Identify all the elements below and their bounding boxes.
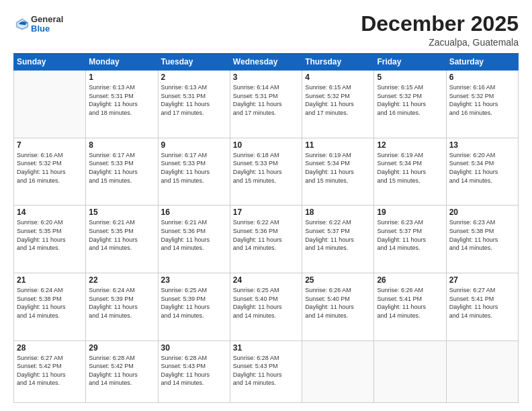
day-info: Sunrise: 6:23 AM Sunset: 5:38 PM Dayligh…	[449, 218, 515, 252]
day-number: 30	[161, 343, 227, 353]
table-row	[446, 340, 518, 402]
day-number: 29	[89, 343, 154, 353]
day-info: Sunrise: 6:13 AM Sunset: 5:31 PM Dayligh…	[161, 83, 227, 117]
day-info: Sunrise: 6:16 AM Sunset: 5:32 PM Dayligh…	[17, 151, 83, 185]
table-row: 12Sunrise: 6:19 AM Sunset: 5:34 PM Dayli…	[374, 138, 446, 205]
table-row	[302, 340, 374, 402]
day-info: Sunrise: 6:17 AM Sunset: 5:33 PM Dayligh…	[161, 151, 227, 185]
table-row: 3Sunrise: 6:14 AM Sunset: 5:31 PM Daylig…	[230, 71, 302, 138]
table-row: 5Sunrise: 6:15 AM Sunset: 5:32 PM Daylig…	[374, 71, 446, 138]
day-info: Sunrise: 6:15 AM Sunset: 5:32 PM Dayligh…	[305, 83, 371, 117]
table-row: 7Sunrise: 6:16 AM Sunset: 5:32 PM Daylig…	[14, 138, 86, 205]
table-row: 22Sunrise: 6:24 AM Sunset: 5:39 PM Dayli…	[86, 273, 158, 341]
table-row: 13Sunrise: 6:20 AM Sunset: 5:34 PM Dayli…	[446, 138, 518, 205]
col-tuesday: Tuesday	[158, 54, 230, 71]
table-row: 17Sunrise: 6:22 AM Sunset: 5:36 PM Dayli…	[230, 205, 302, 273]
table-row: 27Sunrise: 6:27 AM Sunset: 5:41 PM Dayli…	[446, 273, 518, 341]
month-title: December 2025	[361, 12, 519, 36]
location-subtitle: Zacualpa, Guatemala	[361, 37, 519, 48]
table-row: 9Sunrise: 6:17 AM Sunset: 5:33 PM Daylig…	[158, 138, 230, 205]
col-friday: Friday	[374, 54, 446, 71]
table-row	[14, 71, 86, 138]
col-thursday: Thursday	[302, 54, 374, 71]
day-number: 4	[305, 73, 371, 82]
table-row	[374, 340, 446, 402]
table-row: 4Sunrise: 6:15 AM Sunset: 5:32 PM Daylig…	[302, 71, 374, 138]
day-number: 20	[449, 208, 515, 217]
table-row: 29Sunrise: 6:28 AM Sunset: 5:42 PM Dayli…	[86, 340, 158, 402]
day-info: Sunrise: 6:24 AM Sunset: 5:38 PM Dayligh…	[17, 286, 83, 320]
table-row: 14Sunrise: 6:20 AM Sunset: 5:35 PM Dayli…	[14, 205, 86, 273]
calendar-table: Sunday Monday Tuesday Wednesday Thursday…	[13, 53, 519, 403]
day-info: Sunrise: 6:27 AM Sunset: 5:41 PM Dayligh…	[449, 286, 515, 320]
day-info: Sunrise: 6:20 AM Sunset: 5:34 PM Dayligh…	[449, 151, 515, 185]
day-number: 6	[449, 73, 515, 82]
day-info: Sunrise: 6:19 AM Sunset: 5:34 PM Dayligh…	[377, 151, 443, 185]
col-monday: Monday	[86, 54, 158, 71]
day-info: Sunrise: 6:24 AM Sunset: 5:39 PM Dayligh…	[89, 286, 154, 320]
day-number: 7	[17, 140, 83, 150]
day-number: 10	[233, 140, 299, 150]
table-row: 18Sunrise: 6:22 AM Sunset: 5:37 PM Dayli…	[302, 205, 374, 273]
day-number: 14	[17, 208, 83, 217]
table-row: 11Sunrise: 6:19 AM Sunset: 5:34 PM Dayli…	[302, 138, 374, 205]
day-number: 9	[161, 140, 227, 150]
day-number: 5	[377, 73, 443, 82]
table-row: 30Sunrise: 6:28 AM Sunset: 5:43 PM Dayli…	[158, 340, 230, 402]
day-number: 15	[89, 208, 154, 217]
day-number: 3	[233, 73, 299, 82]
day-info: Sunrise: 6:21 AM Sunset: 5:36 PM Dayligh…	[161, 218, 227, 252]
day-number: 26	[377, 275, 443, 285]
day-number: 27	[449, 275, 515, 285]
logo: General Blue	[13, 15, 63, 34]
day-number: 19	[377, 208, 443, 217]
day-info: Sunrise: 6:16 AM Sunset: 5:32 PM Dayligh…	[449, 83, 515, 117]
table-row: 8Sunrise: 6:17 AM Sunset: 5:33 PM Daylig…	[86, 138, 158, 205]
day-number: 17	[233, 208, 299, 217]
table-row: 26Sunrise: 6:26 AM Sunset: 5:41 PM Dayli…	[374, 273, 446, 341]
col-wednesday: Wednesday	[230, 54, 302, 71]
day-info: Sunrise: 6:20 AM Sunset: 5:35 PM Dayligh…	[17, 218, 83, 252]
table-row: 2Sunrise: 6:13 AM Sunset: 5:31 PM Daylig…	[158, 71, 230, 138]
table-row: 24Sunrise: 6:25 AM Sunset: 5:40 PM Dayli…	[230, 273, 302, 341]
day-number: 24	[233, 275, 299, 285]
day-info: Sunrise: 6:18 AM Sunset: 5:33 PM Dayligh…	[233, 151, 299, 185]
day-info: Sunrise: 6:22 AM Sunset: 5:37 PM Dayligh…	[305, 218, 371, 252]
day-number: 25	[305, 275, 371, 285]
day-info: Sunrise: 6:28 AM Sunset: 5:42 PM Dayligh…	[89, 354, 154, 387]
table-row: 10Sunrise: 6:18 AM Sunset: 5:33 PM Dayli…	[230, 138, 302, 205]
calendar-week-1: 7Sunrise: 6:16 AM Sunset: 5:32 PM Daylig…	[14, 138, 519, 205]
day-number: 31	[233, 343, 299, 353]
day-number: 28	[17, 343, 83, 353]
table-row: 21Sunrise: 6:24 AM Sunset: 5:38 PM Dayli…	[14, 273, 86, 341]
logo-blue-text: Blue	[31, 24, 63, 34]
table-row: 28Sunrise: 6:27 AM Sunset: 5:42 PM Dayli…	[14, 340, 86, 402]
day-info: Sunrise: 6:25 AM Sunset: 5:39 PM Dayligh…	[161, 286, 227, 320]
table-row: 15Sunrise: 6:21 AM Sunset: 5:35 PM Dayli…	[86, 205, 158, 273]
day-info: Sunrise: 6:26 AM Sunset: 5:40 PM Dayligh…	[305, 286, 371, 320]
calendar-header-row: Sunday Monday Tuesday Wednesday Thursday…	[14, 54, 519, 71]
day-number: 21	[17, 275, 83, 285]
logo-general-text: General	[31, 15, 63, 24]
day-number: 11	[305, 140, 371, 150]
day-number: 12	[377, 140, 443, 150]
day-info: Sunrise: 6:22 AM Sunset: 5:36 PM Dayligh…	[233, 218, 299, 252]
title-block: December 2025 Zacualpa, Guatemala	[361, 12, 519, 48]
day-info: Sunrise: 6:28 AM Sunset: 5:43 PM Dayligh…	[233, 354, 299, 387]
col-sunday: Sunday	[14, 54, 86, 71]
day-number: 18	[305, 208, 371, 217]
table-row: 6Sunrise: 6:16 AM Sunset: 5:32 PM Daylig…	[446, 71, 518, 138]
calendar-week-0: 1Sunrise: 6:13 AM Sunset: 5:31 PM Daylig…	[14, 71, 519, 138]
table-row: 16Sunrise: 6:21 AM Sunset: 5:36 PM Dayli…	[158, 205, 230, 273]
day-info: Sunrise: 6:13 AM Sunset: 5:31 PM Dayligh…	[89, 83, 154, 117]
table-row: 23Sunrise: 6:25 AM Sunset: 5:39 PM Dayli…	[158, 273, 230, 341]
logo-icon	[15, 17, 30, 32]
day-info: Sunrise: 6:26 AM Sunset: 5:41 PM Dayligh…	[377, 286, 443, 320]
header: General Blue December 2025 Zacualpa, Gua…	[13, 12, 519, 48]
page: General Blue December 2025 Zacualpa, Gua…	[0, 0, 532, 411]
col-saturday: Saturday	[446, 54, 518, 71]
day-number: 13	[449, 140, 515, 150]
table-row: 19Sunrise: 6:23 AM Sunset: 5:37 PM Dayli…	[374, 205, 446, 273]
day-info: Sunrise: 6:14 AM Sunset: 5:31 PM Dayligh…	[233, 83, 299, 117]
table-row: 1Sunrise: 6:13 AM Sunset: 5:31 PM Daylig…	[86, 71, 158, 138]
